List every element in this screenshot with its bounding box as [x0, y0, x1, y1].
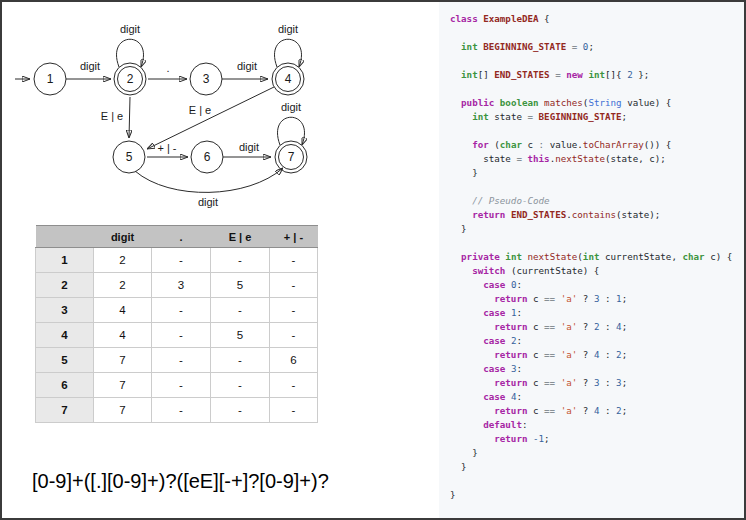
edge-5-7	[135, 168, 283, 192]
state-5: 5	[113, 141, 145, 173]
table-cell: -	[211, 248, 270, 273]
row-label: 4	[36, 323, 94, 348]
row-label: 5	[36, 348, 94, 373]
row-label: 7	[36, 398, 94, 423]
table-row: 34---	[36, 298, 318, 323]
code-line: case 3:	[450, 362, 746, 376]
state-7: 7	[275, 141, 307, 173]
code-line	[450, 180, 746, 194]
table-cell: 5	[211, 273, 270, 298]
code-line	[450, 236, 746, 250]
column-header: digit	[94, 226, 152, 248]
svg-text:5: 5	[126, 150, 133, 164]
code-line: int[] END_STATES = new int[]{ 2 };	[450, 68, 746, 82]
table-cell: -	[211, 298, 270, 323]
table-cell: -	[270, 273, 318, 298]
table-cell: -	[211, 348, 270, 373]
table-cell: -	[152, 248, 211, 273]
edge-label: + | -	[157, 142, 176, 154]
code-line: }	[450, 460, 746, 474]
left-panel: digit digit . digit digit E | e E | e + …	[2, 2, 439, 518]
code-line: int state = BEGINNING_STATE;	[450, 110, 746, 124]
row-label: 3	[36, 298, 94, 323]
code-panel: class ExampleDEA { int BEGINNING_STATE =…	[439, 2, 746, 518]
code-line	[450, 54, 746, 68]
code-line	[450, 124, 746, 138]
table-cell: -	[152, 323, 211, 348]
table-cell: 2	[94, 273, 152, 298]
edge-label: digit	[198, 196, 218, 208]
table-cell: 5	[211, 323, 270, 348]
table-row: 12---	[36, 248, 318, 273]
state-4: 4	[272, 63, 304, 95]
edge-label: E | e	[101, 110, 123, 122]
state-6: 6	[191, 141, 223, 173]
code-line	[450, 82, 746, 96]
table-cell: 2	[94, 248, 152, 273]
table-row: 67---	[36, 373, 318, 398]
regex-text: [0-9]+([.][0-9]+)?([eE][-+]?[0-9]+)?	[32, 470, 329, 493]
code-line: case 2:	[450, 334, 746, 348]
table-row: 44-5-	[36, 323, 318, 348]
code-line: return c == 'a' ? 3 : 3;	[450, 376, 746, 390]
code-line: return c == 'a' ? 3 : 1;	[450, 292, 746, 306]
table-cell: -	[211, 373, 270, 398]
code-line: return c == 'a' ? 2 : 4;	[450, 320, 746, 334]
code-line: for (char c : value.toCharArray()) {	[450, 138, 746, 152]
column-header	[36, 226, 94, 248]
code-line: case 0:	[450, 278, 746, 292]
svg-text:1: 1	[47, 72, 54, 86]
code-line: case 4:	[450, 390, 746, 404]
svg-text:4: 4	[285, 72, 292, 86]
row-label: 1	[36, 248, 94, 273]
code-line: private int nextState(int currentState, …	[450, 250, 746, 264]
code-line: return -1;	[450, 432, 746, 446]
svg-text:2: 2	[127, 72, 134, 86]
code-line: state = this.nextState(state, c);	[450, 152, 746, 166]
table-cell: 3	[152, 273, 211, 298]
code-line: class ExampleDEA {	[450, 12, 746, 26]
table-cell: 6	[270, 348, 318, 373]
code-line: }	[450, 488, 746, 502]
code-line: case 1:	[450, 306, 746, 320]
transition-table-header-row: digit.E | e+ | -	[36, 226, 318, 248]
svg-text:6: 6	[204, 150, 211, 164]
svg-text:3: 3	[203, 72, 210, 86]
table-cell: -	[270, 323, 318, 348]
table-cell: -	[211, 398, 270, 423]
table-cell: -	[152, 348, 211, 373]
code-line: default:	[450, 418, 746, 432]
dfa-state-diagram: digit digit . digit digit E | e E | e + …	[2, 2, 439, 217]
table-cell: -	[270, 298, 318, 323]
table-row: 57--6	[36, 348, 318, 373]
column-header: .	[152, 226, 211, 248]
edge-label: digit	[281, 101, 301, 113]
code-line	[450, 474, 746, 488]
table-row: 77---	[36, 398, 318, 423]
code-line: int BEGINNING_STATE = 0;	[450, 40, 746, 54]
table-cell: -	[152, 298, 211, 323]
code-line: }	[450, 446, 746, 460]
table-cell: 4	[94, 298, 152, 323]
row-label: 6	[36, 373, 94, 398]
edge-2-5	[129, 97, 130, 138]
state-2: 2	[114, 63, 146, 95]
table-cell: 7	[94, 348, 152, 373]
column-header: + | -	[270, 226, 318, 248]
table-cell: -	[152, 398, 211, 423]
row-label: 2	[36, 273, 94, 298]
edge-label: digit	[237, 60, 257, 72]
code-line: return c == 'a' ? 4 : 2;	[450, 404, 746, 418]
edge-label: digit	[120, 23, 140, 35]
table-cell: 7	[94, 398, 152, 423]
table-cell: -	[270, 248, 318, 273]
code-line: // Pseudo-Code	[450, 194, 746, 208]
edge-label: digit	[239, 141, 259, 153]
code-line: return END_STATES.contains(state);	[450, 208, 746, 222]
code-line: public boolean matches(String value) {	[450, 96, 746, 110]
code-line	[450, 26, 746, 40]
edge-label: digit	[80, 60, 100, 72]
table-cell: 7	[94, 373, 152, 398]
state-3: 3	[190, 63, 222, 95]
edge-label: E | e	[189, 104, 211, 116]
